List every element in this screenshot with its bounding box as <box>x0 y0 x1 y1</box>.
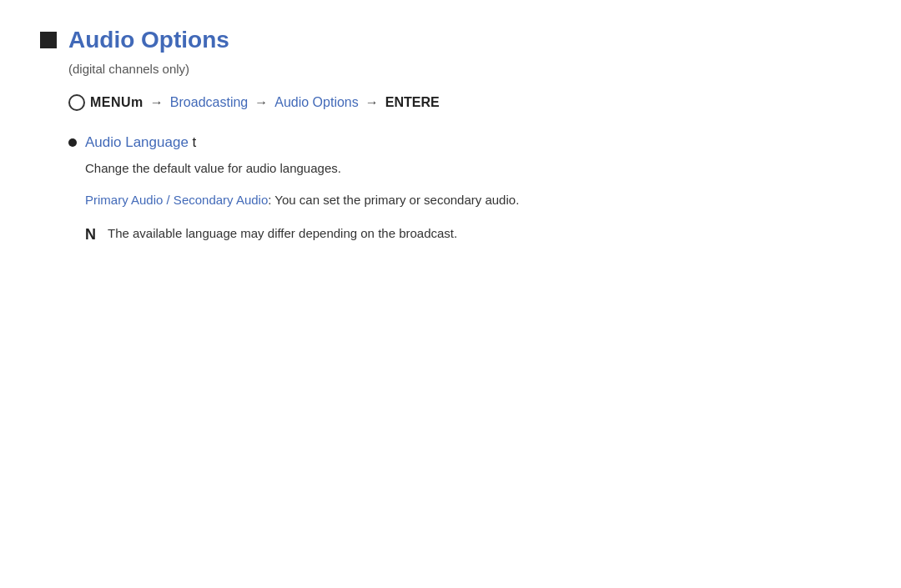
note-text: The available language may differ depend… <box>108 224 457 244</box>
broadcasting-link: Broadcasting <box>170 95 248 110</box>
bullet-row: Audio Language t <box>68 134 794 151</box>
page-subtitle: (digital channels only) <box>68 62 794 76</box>
note-row: N The available language may differ depe… <box>85 224 794 246</box>
primary-secondary-link: Primary Audio / Secondary Audio <box>85 193 268 207</box>
primary-secondary-row: Primary Audio / Secondary Audio: You can… <box>85 190 794 210</box>
menu-label: MENUm <box>90 95 143 110</box>
note-icon: N <box>85 224 96 246</box>
menu-path: MENUm → Broadcasting → Audio Options → E… <box>68 94 794 111</box>
square-icon <box>40 32 57 48</box>
enter-label: ENTERE <box>385 95 440 110</box>
arrow1: → <box>150 95 164 110</box>
menu-circle-icon <box>68 94 85 111</box>
arrow3: → <box>365 95 379 110</box>
bullet-dot-icon <box>68 138 77 147</box>
primary-secondary-text: : You can set the primary or secondary a… <box>268 193 519 207</box>
bullet-description: Change the default value for audio langu… <box>85 159 794 178</box>
arrow2: → <box>254 95 268 110</box>
page-title: Audio Options <box>68 27 229 53</box>
title-row: Audio Options <box>40 27 794 53</box>
audio-options-link: Audio Options <box>274 95 359 110</box>
bullet-title-row: Audio Language t <box>85 134 196 151</box>
audio-language-suffix: t <box>189 134 196 150</box>
bullet-section: Audio Language t Change the default valu… <box>68 134 794 246</box>
page-content: Audio Options (digital channels only) ME… <box>0 0 834 288</box>
audio-language-title: Audio Language <box>85 134 189 150</box>
